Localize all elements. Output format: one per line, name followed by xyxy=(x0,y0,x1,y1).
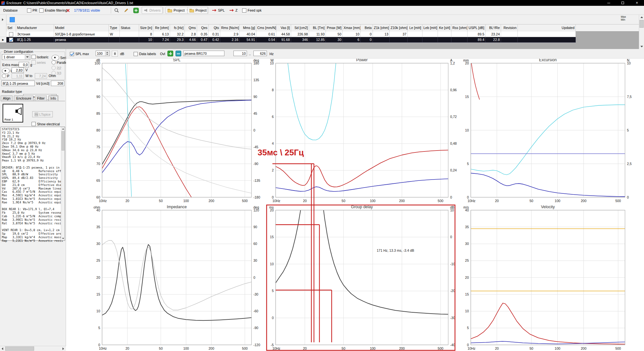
table-cell: 44.58 xyxy=(276,32,291,37)
column-header[interactable]: BL²/Re xyxy=(486,24,501,32)
export-spl-button[interactable]: SPL xyxy=(210,7,227,14)
current-cell-indicator[interactable] xyxy=(10,17,15,22)
table-cell: резина xyxy=(54,37,109,43)
column-header[interactable]: Xmax [mm] xyxy=(343,24,361,32)
close-button[interactable]: × xyxy=(630,0,644,6)
column-header[interactable]: Pmax [W] xyxy=(326,24,343,32)
column-header[interactable]: Z10k [ohm] xyxy=(390,24,408,32)
column-header[interactable]: Size [in] xyxy=(139,24,153,32)
panel-horizontal-scrollbar[interactable] xyxy=(0,346,66,351)
table-row[interactable]: Эстония50ГДН-1-8 доработанныеW86.1332.22… xyxy=(0,32,576,37)
add-driver-button[interactable] xyxy=(133,7,139,14)
vd-label: Vd [cm3] xyxy=(36,82,49,85)
show-electrical-checkbox[interactable]: Show electrical xyxy=(32,122,60,126)
pencil-icon xyxy=(124,8,129,13)
enable-filtering-checkbox[interactable]: Enable filtering xyxy=(39,7,67,14)
driver-name-field[interactable]: 8ГД-1-25 резина xyxy=(1,81,35,86)
tab-enclosure[interactable]: Enclosure xyxy=(14,95,33,101)
svg-text:200: 200 xyxy=(209,199,214,203)
column-header[interactable]: Rss [ohm] xyxy=(451,24,468,32)
stats-scrollbar[interactable] xyxy=(61,127,65,240)
column-header[interactable]: Model xyxy=(54,24,109,32)
drivers-button[interactable]: Drivers xyxy=(142,7,163,14)
edit-button[interactable] xyxy=(124,7,129,14)
power-unit1: W to xyxy=(25,74,33,78)
minimize-button[interactable] xyxy=(601,0,616,6)
column-header[interactable]: Mms [g] xyxy=(240,24,256,32)
max-min-labels[interactable]: Max Min xyxy=(621,15,626,21)
freq-from-field[interactable]: 10 xyxy=(233,51,247,56)
spinner-arrows-icon[interactable] xyxy=(105,51,109,55)
column-header[interactable]: Manufacturer xyxy=(16,24,54,32)
row-select-checkbox[interactable] xyxy=(9,38,13,42)
column-header[interactable]: Type xyxy=(109,24,120,32)
grid-vertical-scrollbar[interactable] xyxy=(639,15,644,49)
database-menu[interactable]: Database xyxy=(3,7,18,14)
autoscale-button[interactable] xyxy=(112,51,118,57)
column-header[interactable]: Cms [mm/N] xyxy=(256,24,276,32)
driver-count-select[interactable]: 1 driver xyxy=(2,54,30,60)
table-row[interactable]: ▶8ГД-1-25резина107.2429.34.660.470.422.1… xyxy=(0,37,576,43)
column-header[interactable]: Z1k [ohm] xyxy=(373,24,390,32)
impedance-field[interactable]: 7,24 xyxy=(35,73,47,79)
column-header[interactable]: Re [ohm] xyxy=(153,24,170,32)
tab-filter[interactable]: Filter xyxy=(35,95,47,101)
table-cell: W xyxy=(109,32,120,37)
clear-filter-button[interactable]: ✕ xyxy=(66,7,70,14)
export-z-button[interactable]: Z xyxy=(227,7,240,14)
svg-text:20: 20 xyxy=(495,346,499,350)
red-x-icon: ✕ xyxy=(66,8,70,13)
column-header[interactable]: Status xyxy=(120,24,139,32)
data-labels-checkbox[interactable]: Data labels xyxy=(134,51,156,57)
power-radio[interactable]: P xyxy=(2,74,9,78)
series2-checkbox[interactable]: series xyxy=(32,60,46,64)
overlay-name-field[interactable]: резина BR170 xyxy=(183,51,224,56)
voltage-field[interactable]: 2,83 xyxy=(12,67,24,73)
column-header[interactable]: Qes xyxy=(197,24,209,32)
table-cell xyxy=(6,32,16,37)
column-header[interactable]: Updated xyxy=(518,24,576,32)
table-cell: 89.5 xyxy=(468,32,486,37)
column-header[interactable]: BL [Tm] xyxy=(309,24,326,32)
power-field[interactable]: 1,11 xyxy=(12,73,24,79)
isobaric-checkbox[interactable]: Isobaric xyxy=(32,55,49,59)
ltspice-button[interactable]: LTspice xyxy=(32,111,53,117)
svg-text:-10: -10 xyxy=(450,262,455,266)
search-button[interactable] xyxy=(114,7,119,14)
table-cell: 10 xyxy=(139,37,153,43)
tab-info[interactable]: Info xyxy=(48,95,59,101)
column-header[interactable]: Revision xyxy=(501,24,518,32)
column-header[interactable]: Le [mH] xyxy=(408,24,422,32)
overlay-remove-button[interactable] xyxy=(175,51,181,56)
column-header[interactable]: Qts xyxy=(209,24,220,32)
pr-checkbox[interactable]: PR xyxy=(27,7,37,14)
extra-mass-field[interactable]: 0,0 xyxy=(19,62,29,67)
svg-text:15: 15 xyxy=(96,292,100,296)
vd-field[interactable]: 208 xyxy=(51,81,64,86)
svg-text:6: 6 xyxy=(272,115,274,119)
driver-configuration-panel: Driver configuration 1 driver Isobaric S… xyxy=(0,49,66,351)
overlay-add-button[interactable] xyxy=(167,51,173,56)
config-2x2-radio[interactable]: 2|2 xyxy=(52,66,61,70)
maximize-button[interactable] xyxy=(616,0,630,6)
column-header[interactable]: USPL [dB] xyxy=(468,24,486,32)
column-header[interactable]: Rms [Ns/m] xyxy=(220,24,240,32)
parallel-radio[interactable]: Parallel xyxy=(52,60,68,64)
column-header[interactable]: fs [Hz] xyxy=(170,24,185,32)
svg-text:50: 50 xyxy=(529,199,533,203)
column-header[interactable]: Qms xyxy=(185,24,197,32)
column-header[interactable]: Leb [mH] xyxy=(422,24,438,32)
column-header[interactable]: Ke [sH] xyxy=(438,24,451,32)
column-header[interactable]: Sel xyxy=(6,24,16,32)
column-header[interactable]: Sd [cm2] xyxy=(291,24,309,32)
column-header[interactable]: Beta xyxy=(361,24,373,32)
project-open-button[interactable]: Project xyxy=(187,7,208,14)
svg-text:0: 0 xyxy=(467,343,469,347)
freq-to-field[interactable]: 626 xyxy=(253,51,267,56)
tab-align[interactable]: Align xyxy=(1,95,13,101)
spl-max-checkbox[interactable]: SPL max xyxy=(70,51,89,57)
feed-spk-checkbox[interactable]: Feed spk xyxy=(242,7,261,14)
row-select-checkbox[interactable] xyxy=(9,32,13,36)
column-header[interactable]: Vas [l] xyxy=(276,24,291,32)
spl-max-field[interactable]: 100 xyxy=(96,51,110,56)
